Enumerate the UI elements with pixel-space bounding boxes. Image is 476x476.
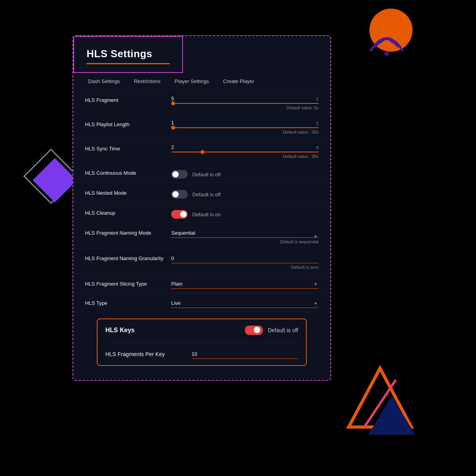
hls-fragment-value: 5 — [171, 96, 319, 101]
hls-nested-mode-control: Default is off — [171, 188, 319, 199]
hls-fragment-slicing-type-dropdown-container: Plain Type A Type B ▾ — [171, 279, 319, 289]
keys-fragments-per-key-label: HLS Fragments Per Key — [105, 351, 184, 357]
hls-fragment-naming-granularity-default: Default is zero — [171, 265, 319, 270]
hls-nested-mode-toggle-label: Default is off — [192, 192, 221, 197]
keys-toggle-container: Default is off — [245, 326, 298, 335]
keys-section-wrapper: HLS Keys Default is off HLS Fragments Pe… — [73, 312, 330, 380]
main-panel: HLS Settings Dash Settings Restrictions … — [72, 35, 331, 381]
keys-title: HLS Keys — [105, 327, 239, 334]
hls-fragment-slicing-type-control: Plain Type A Type B ▾ — [171, 279, 319, 289]
hls-playlist-length-control: 1 5 Default value : 30s — [171, 120, 319, 134]
hls-sync-time-track[interactable]: 9 — [171, 152, 319, 152]
hls-sync-time-slider-container: 2 9 Default value : 30s — [171, 144, 319, 159]
setting-row-hls-cleanup: HLS Cleanup Default is on — [73, 203, 330, 223]
hls-nested-mode-toggle-thumb — [172, 191, 179, 197]
setting-row-hls-nested-mode: HLS Nested Mode Default is off — [73, 183, 330, 203]
panel-header: HLS Settings — [73, 36, 183, 73]
panel-title-underline — [87, 63, 170, 64]
hls-fragment-control: 5 5 Default value: 5s — [171, 96, 319, 110]
tab-create-player[interactable]: Create Player — [216, 73, 261, 90]
hls-fragment-label: HLS Fragment — [85, 96, 163, 103]
hls-type-control: Live Event VOD ▾ — [171, 299, 319, 308]
keys-header: HLS Keys Default is off — [105, 326, 298, 335]
hls-fragment-naming-granularity-input-container: Default is zero — [171, 254, 319, 270]
hls-fragment-naming-granularity-control: Default is zero — [171, 254, 319, 270]
hls-continuous-mode-toggle[interactable] — [171, 170, 188, 179]
hls-type-label: HLS Type — [85, 299, 163, 306]
hls-continuous-mode-toggle-thumb — [172, 171, 179, 177]
hls-cleanup-toggle[interactable] — [171, 210, 188, 219]
hls-sync-time-default: Default value : 30s — [171, 154, 319, 159]
keys-content: HLS Fragments Per Key — [105, 343, 298, 359]
hls-cleanup-toggle-container: Default is on — [171, 208, 319, 219]
hls-fragment-slicing-type-label: HLS Fragment Slicing Type — [85, 279, 163, 287]
hls-keys-toggle-thumb — [254, 327, 260, 333]
hls-continuous-mode-toggle-container: Default is off — [171, 168, 319, 179]
hls-cleanup-toggle-label: Default is on — [192, 212, 221, 217]
hls-keys-toggle[interactable] — [245, 326, 263, 335]
hls-cleanup-control: Default is on — [171, 208, 319, 219]
hls-fragment-naming-mode-default: Default is sequential — [171, 239, 319, 244]
wifi-icon — [359, 11, 414, 66]
hls-sync-time-thumb — [201, 150, 205, 154]
keys-fragments-per-key-input[interactable] — [192, 349, 298, 359]
hls-sync-time-value: 2 — [171, 144, 319, 150]
setting-row-hls-playlist-length: HLS Playlist Length 1 5 Default value : … — [73, 114, 330, 139]
hls-sync-time-label: HLS Sync Time — [85, 144, 163, 152]
hls-fragment-thumb — [171, 101, 175, 105]
tab-dash-settings[interactable]: Dash Settings — [81, 73, 127, 90]
hls-playlist-length-thumb — [171, 126, 175, 130]
hls-nested-mode-label: HLS Nested Mode — [85, 188, 163, 196]
hls-fragment-naming-mode-dropdown[interactable]: Sequential Timestamp Random — [171, 228, 319, 238]
hls-fragment-naming-mode-dropdown-container: Sequential Timestamp Random ▾ Default is… — [171, 228, 319, 244]
hls-nested-mode-toggle-container: Default is off — [171, 188, 319, 199]
setting-row-hls-fragment-naming-granularity: HLS Fragment Naming Granularity Default … — [73, 248, 330, 274]
settings-content: HLS Fragment 5 5 Default value: 5s HLS P… — [73, 90, 330, 380]
hls-playlist-length-value: 1 — [171, 120, 319, 126]
setting-row-hls-fragment-slicing-type: HLS Fragment Slicing Type Plain Type A T… — [73, 274, 330, 293]
hls-fragment-default: Default value: 5s — [171, 105, 319, 110]
hls-fragment-track[interactable]: 5 — [171, 103, 319, 104]
hls-fragment-slider-container: 5 5 Default value: 5s — [171, 96, 319, 110]
hls-sync-time-control: 2 9 Default value : 30s — [171, 144, 319, 159]
svg-point-0 — [384, 51, 389, 56]
svg-marker-3 — [368, 396, 415, 435]
hls-fragment-naming-mode-label: HLS Fragment Naming Mode — [85, 228, 163, 236]
setting-row-hls-fragment: HLS Fragment 5 5 Default value: 5s — [73, 90, 330, 114]
hls-sync-time-max: 9 — [316, 145, 319, 150]
hls-continuous-mode-toggle-label: Default is off — [192, 172, 221, 177]
setting-row-hls-type: HLS Type Live Event VOD ▾ — [73, 293, 330, 312]
hls-playlist-length-label: HLS Playlist Length — [85, 120, 163, 127]
hls-keys-toggle-label: Default is off — [268, 327, 298, 333]
hls-nested-mode-toggle[interactable] — [171, 190, 188, 199]
setting-row-hls-sync-time: HLS Sync Time 2 9 Default value : 30s — [73, 139, 330, 163]
hls-type-dropdown[interactable]: Live Event VOD — [171, 299, 319, 308]
setting-row-hls-continuous-mode: HLS Continuous Mode Default is off — [73, 163, 330, 183]
hls-fragment-max: 5 — [316, 97, 319, 101]
keys-fragments-per-key-row: HLS Fragments Per Key — [105, 349, 298, 359]
hls-continuous-mode-label: HLS Continuous Mode — [85, 168, 163, 176]
hls-playlist-length-default: Default value : 30s — [171, 130, 319, 134]
hls-fragment-naming-granularity-input[interactable] — [171, 254, 319, 263]
hls-playlist-length-slider-container: 1 5 Default value : 30s — [171, 120, 319, 134]
hls-continuous-mode-control: Default is off — [171, 168, 319, 179]
tab-player-settings[interactable]: Player Settings — [168, 73, 216, 90]
hls-playlist-length-track[interactable]: 5 — [171, 127, 319, 128]
hls-fragment-slicing-type-dropdown[interactable]: Plain Type A Type B — [171, 279, 319, 289]
hls-cleanup-label: HLS Cleanup — [85, 208, 163, 216]
hls-fragment-naming-mode-control: Sequential Timestamp Random ▾ Default is… — [171, 228, 319, 244]
triangle-logo-decoration — [345, 364, 415, 435]
hls-cleanup-toggle-thumb — [180, 211, 186, 217]
keys-section: HLS Keys Default is off HLS Fragments Pe… — [97, 319, 307, 366]
hls-fragment-naming-granularity-label: HLS Fragment Naming Granularity — [85, 254, 163, 261]
hls-type-dropdown-container: Live Event VOD ▾ — [171, 299, 319, 308]
nav-tabs: Dash Settings Restrictions Player Settin… — [73, 73, 330, 90]
panel-title: HLS Settings — [87, 48, 170, 60]
setting-row-hls-fragment-naming-mode: HLS Fragment Naming Mode Sequential Time… — [73, 223, 330, 248]
tab-restrictions[interactable]: Restrictions — [127, 73, 168, 90]
hls-playlist-length-max: 5 — [316, 121, 319, 126]
